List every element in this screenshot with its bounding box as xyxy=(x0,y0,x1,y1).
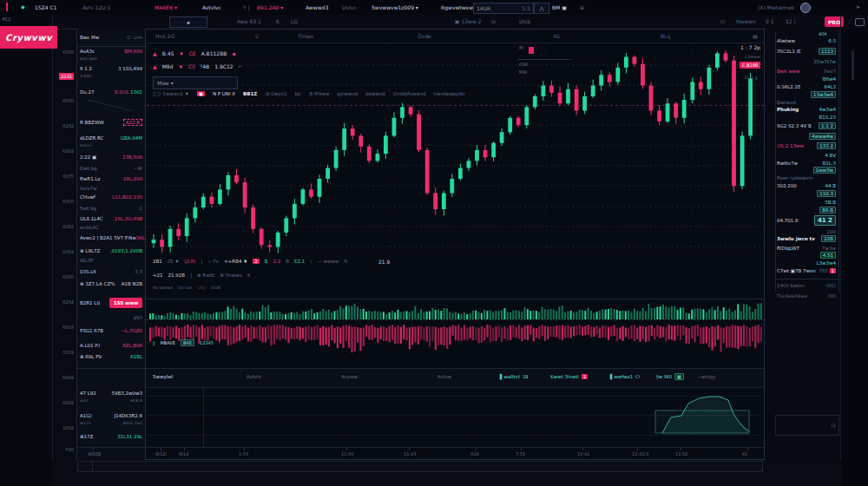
subbar-item[interactable]: 12 | xyxy=(786,18,796,24)
subbar-item[interactable]: K xyxy=(276,18,279,24)
watchlist-row[interactable]: RwR1.Lz28L,200 xyxy=(80,176,142,181)
watchlist-row[interactable]: 47 L9259B3,2w0w3 xyxy=(80,391,142,396)
subbar-item[interactable]: · ▣ 13ww 2 xyxy=(451,18,482,24)
chart-header-tab[interactable]: Hist 2O xyxy=(155,33,174,39)
search-input[interactable]: 14UR 1:1 xyxy=(473,3,534,14)
watchlist-row[interactable]: 5wt bg·1 xyxy=(80,206,142,211)
bottom-tab[interactable]: ▌wwfwz1C! xyxy=(610,374,640,379)
watchlist-row[interactable]: P3G1 67B~L,7OZ0 xyxy=(80,328,142,333)
chart-header-tab[interactable]: ü xyxy=(255,33,259,39)
chart-header-tab[interactable]: tG xyxy=(554,33,560,39)
buy-button[interactable]: 1SS www xyxy=(109,298,142,308)
topbar-item[interactable]: BM ▣ xyxy=(552,4,567,10)
watchlist-row[interactable]: Avlv7w xyxy=(80,186,142,191)
topbar-item[interactable]: 1SZ4 C1 xyxy=(35,4,56,10)
toolbar-item[interactable]: gylwwvd xyxy=(337,91,358,96)
sub-label: Gvt=T xyxy=(80,143,92,148)
logo[interactable]: Crywvwv xyxy=(0,26,57,49)
toolbar-item[interactable]: ◔ M9ww xyxy=(308,91,329,96)
toolbar-item[interactable]: N P UNI X xyxy=(213,91,235,96)
watchlist-row[interactable]: OL8.1L4C15L,3O,49B xyxy=(80,216,142,221)
toolbar-item[interactable]: ⟨□⟩ 5wwwv1 ♦ xyxy=(153,91,189,96)
toolbar-item[interactable]: ◔ Gwyv1 xyxy=(265,91,286,96)
subbar-item[interactable]: ⊡ xyxy=(720,18,725,24)
topbar-item[interactable]: Dvlvc · xyxy=(342,4,360,10)
send-icon[interactable]: ➤ xyxy=(856,3,860,10)
avatar[interactable] xyxy=(800,3,811,13)
watchlist-row[interactable]: ⊕ L9L7Z.0193,1.2V0B xyxy=(80,248,142,253)
toolbar-item[interactable]: ▣ xyxy=(197,91,205,96)
chat-icon[interactable] xyxy=(855,18,865,26)
subbar-item[interactable]: 0 1 xyxy=(766,18,774,24)
subbar-item[interactable]: LG xyxy=(291,18,298,24)
bottom-tab[interactable]: ▌wa8tct1B xyxy=(500,374,529,379)
topbar-item[interactable]: 5wvwwvw1z009 ▾ xyxy=(372,4,418,10)
bottom-tab[interactable]: Avlvw xyxy=(437,374,451,379)
chart-header-tab[interactable]: Övde xyxy=(418,33,431,39)
watchlist-row[interactable]: Avwc2 | B2A1 5V7 P.Nw3AL,3V0 xyxy=(80,235,142,240)
watchlist-row[interactable]: Dwt.bg~9t xyxy=(80,166,142,171)
topbar-item[interactable]: MA6EB ▾ xyxy=(155,4,177,10)
candlestick-chart[interactable] xyxy=(147,43,764,261)
bottom-tab[interactable]: Avyww xyxy=(341,374,358,379)
subbar-item[interactable]: Dlcb xyxy=(519,18,530,24)
hotkey-button[interactable]: ⋀ xyxy=(534,3,549,14)
sidebar-row: OS:2 13ww133 2 xyxy=(777,143,836,148)
price-value: .0193,1.2V0B xyxy=(110,248,142,253)
bottom-tab[interactable]: 5wwylwl xyxy=(153,374,173,379)
topbar-item[interactable]: ⊕ xyxy=(580,4,584,10)
watchlist-row[interactable]: 6 1 23 1SS,499 xyxy=(80,66,142,71)
stat-label: 0.S6L2.2E xyxy=(777,84,801,89)
watchlist-row[interactable]: 03S.L63 3 xyxy=(80,269,142,274)
toolbar-item[interactable]: hwvtwwpylbr xyxy=(433,91,464,96)
subbar-item[interactable]: Awa 93.1 xyxy=(237,18,261,24)
subbar-item[interactable]: Hwwwn xyxy=(736,18,756,24)
toolbar-item[interactable]: Gvtbbfvwwvd xyxy=(393,91,426,96)
watchlist-row[interactable]: d93 xyxy=(80,315,142,320)
topbar-item[interactable]: Awwwd3 xyxy=(306,4,328,10)
chart-header-tab[interactable]: Timex xyxy=(298,33,313,39)
time-axis[interactable]: W9ZBW12lW141:0011:0011:43A147:5510:4111:… xyxy=(77,447,764,461)
ohlc-info-token: M9d xyxy=(162,63,174,69)
time-label: 10:41 xyxy=(577,451,589,456)
chart-header-tab[interactable]: BLq xyxy=(661,33,670,39)
bottom-tab[interactable]: §w W0▦ xyxy=(656,374,684,379)
subbar-item[interactable]: ⋮ xyxy=(847,18,852,24)
watchlist-row[interactable]: dLDZR.RCGBA,94M xyxy=(80,135,142,141)
toolbar-item[interactable]: by xyxy=(295,91,301,96)
toolbar-item[interactable]: bowwvd xyxy=(365,91,385,96)
watchlist-row[interactable]: ⊕17Z31L31 29L xyxy=(80,434,142,439)
watchlist-row[interactable]: ⊕ 3Z7.LA CZ%A1B N2B xyxy=(80,281,142,286)
volume-pane[interactable] xyxy=(147,300,764,321)
toolbar-item[interactable]: BB1Z xyxy=(243,91,257,96)
watchlist-row[interactable]: WL3P xyxy=(80,258,142,263)
axis-tick xyxy=(161,448,161,450)
watchlist-row[interactable]: R BBZWWA22.B xyxy=(80,120,142,125)
interval-dropdown[interactable]: Mwe ▾ xyxy=(153,76,238,89)
topbar-item[interactable]: Y | xyxy=(243,4,250,10)
topbar-item[interactable]: B91.2A0 ▾ xyxy=(257,4,283,10)
watchlist-row[interactable]: A.L01 P.I6ZL,B06 xyxy=(80,343,142,348)
watchlist-row[interactable]: B2R1 L01SS www xyxy=(80,298,142,308)
watchlist-row[interactable]: A1G)J14DK3R2.6 xyxy=(80,413,142,418)
status-corner-box[interactable] xyxy=(77,461,93,472)
oscillator-pane[interactable] xyxy=(147,321,764,354)
scrollbar[interactable] xyxy=(852,50,854,80)
stat-value: 765 xyxy=(819,268,828,273)
topbar-item[interactable]: Avtvlvc xyxy=(202,4,221,10)
watchlist-row[interactable]: ⊕ 69L P961BL xyxy=(80,354,142,359)
watchlist-row[interactable]: 2:22 ▣23B,506 xyxy=(80,154,142,160)
user-menu[interactable]: (X) Mwtwmwk xyxy=(758,4,794,10)
watchlist-row[interactable]: AvA3cBM,600 xyxy=(80,49,142,54)
symbol-label: wvbL4C xyxy=(80,225,99,230)
watchlist-row[interactable]: Du.276:2OL 1302 xyxy=(80,89,142,95)
watchlist-row[interactable]: wvbL4C xyxy=(80,225,142,230)
price-scale[interactable]: 6350213165006202630263756350635263546250… xyxy=(52,29,76,460)
bottom-tab[interactable]: Ķwwt 3lvwtl1 xyxy=(550,374,588,379)
watchlist-row[interactable]: CHvwfL11.B02,S3S xyxy=(80,194,142,200)
chart-header-tab[interactable]: ▤ xyxy=(753,33,758,39)
bottom-tab[interactable]: ~wtvgy xyxy=(697,374,715,379)
topbar-item[interactable]: Avlv 12U:1 xyxy=(82,4,110,10)
bottom-tab[interactable]: Avtvlv xyxy=(247,374,261,379)
subbar-item[interactable]: ⊟ xyxy=(491,18,496,24)
